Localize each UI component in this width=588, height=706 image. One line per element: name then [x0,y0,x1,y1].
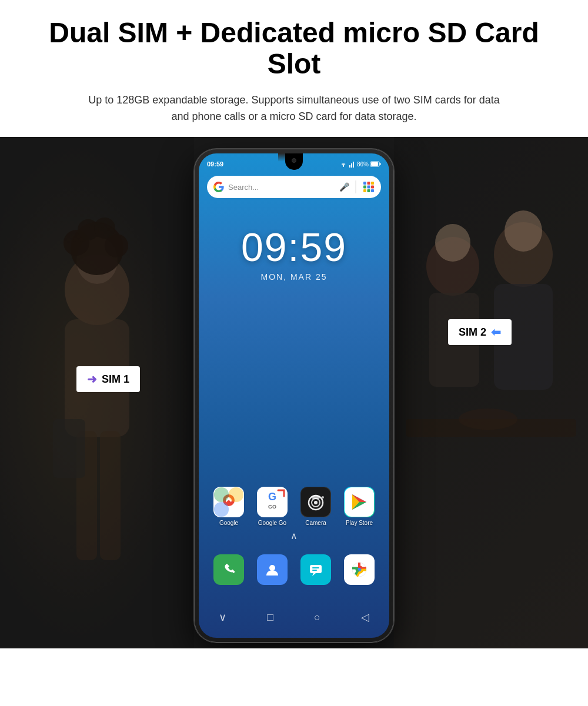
apps-grid-icon [362,180,375,193]
svg-point-19 [343,166,344,167]
svg-rect-26 [363,182,366,185]
app-camera[interactable]: Camera [300,487,331,526]
svg-rect-30 [368,186,370,189]
mic-icon: 🎤 [339,182,349,192]
svg-rect-53 [312,567,319,568]
dock-phone[interactable] [213,554,244,585]
app-play-store[interactable]: Play Store [344,487,375,526]
header-section: Dual SIM + Dedicated micro SD Card Slot … [0,0,588,137]
google-label: Google [219,520,238,526]
divider [355,180,356,193]
svg-rect-24 [380,163,381,165]
svg-point-15 [435,224,470,262]
svg-point-47 [314,501,318,504]
battery-text: 86% [357,161,369,168]
swipe-up-indicator: ∧ [199,530,389,541]
chrome-icon [351,561,368,578]
sim2-text: SIM 2 [459,326,486,339]
dock-chrome[interactable] [344,554,375,585]
svg-rect-31 [371,186,374,189]
clock-time: 09:59 [199,224,389,270]
subtitle: Up to 128GB expandable storage. Supports… [88,92,500,126]
svg-rect-28 [371,182,374,185]
svg-rect-10 [53,419,85,478]
main-title: Dual SIM + Dedicated micro SD Card Slot [35,18,553,80]
sim1-label: ➜ SIM 1 [76,366,140,392]
sim1-text: SIM 1 [102,373,129,386]
svg-text:GO: GO [268,504,276,510]
svg-rect-33 [368,189,370,192]
sim1-arrow: ➜ [87,372,97,386]
svg-rect-27 [368,182,370,185]
app-icons-row: Google G GO Google Go [199,487,389,526]
svg-point-9 [94,218,115,239]
nav-recent[interactable]: □ [267,611,273,624]
search-bar[interactable]: Search... 🎤 [207,176,381,198]
app-google-go[interactable]: G GO Google Go [257,487,288,526]
svg-rect-20 [349,165,350,168]
messages-icon [308,561,324,578]
camera-icon [300,487,331,517]
svg-point-49 [322,496,324,498]
search-placeholder: Search... [228,183,336,192]
app-google[interactable]: Google [213,487,244,526]
status-icons: 86% [339,160,381,168]
nav-bar: ∨ □ ○ ◁ [199,603,389,632]
phone-screen: 09:59 86% [199,153,389,638]
svg-rect-4 [100,431,121,560]
svg-rect-34 [371,189,374,192]
svg-rect-22 [353,162,354,168]
dock-row [199,554,389,585]
phone-icon [220,561,237,578]
front-camera [292,158,296,163]
clock-date: MON, MAR 25 [199,272,389,282]
svg-text:G: G [268,491,276,503]
svg-point-18 [459,409,517,430]
svg-point-12 [505,210,542,252]
bg-left [0,137,194,648]
svg-rect-38 [214,487,229,502]
svg-rect-21 [351,163,352,168]
svg-rect-52 [310,565,322,573]
status-time: 09:59 [207,160,223,168]
google-go-icon: G GO [257,487,288,517]
phone-device: 09:59 86% [194,149,394,643]
svg-rect-32 [363,189,366,192]
svg-rect-25 [371,162,378,166]
nav-home[interactable]: ○ [314,611,320,624]
nav-down-arrow[interactable]: ∨ [219,611,226,624]
bottom-section: ➜ SIM 1 SIM 2 ⬅ 09:59 [0,137,588,648]
dock-messages[interactable] [300,554,331,585]
bg-right [394,137,588,648]
wifi-icon [339,160,348,168]
contacts-icon [264,561,280,578]
svg-rect-29 [363,186,366,189]
google-icon [213,487,244,517]
play-store-label: Play Store [346,520,373,526]
phone-shell: 09:59 86% [194,149,394,643]
svg-rect-39 [229,487,243,502]
sim2-label: SIM 2 ⬅ [448,319,512,345]
nav-back[interactable]: ◁ [361,611,369,624]
svg-point-51 [269,565,275,571]
dock-contacts[interactable] [257,554,288,585]
signal-icon [349,160,355,168]
sim2-arrow: ⬅ [491,325,501,339]
battery-icon [370,161,381,167]
google-logo [213,181,225,193]
play-store-icon [344,487,375,517]
svg-rect-40 [214,502,229,517]
svg-rect-54 [312,570,317,571]
camera-label: Camera [305,520,326,526]
google-go-label: Google Go [258,520,286,526]
clock-display: 09:59 MON, MAR 25 [199,224,389,282]
svg-rect-48 [312,496,320,499]
swipe-chevron: ∧ [290,531,298,541]
